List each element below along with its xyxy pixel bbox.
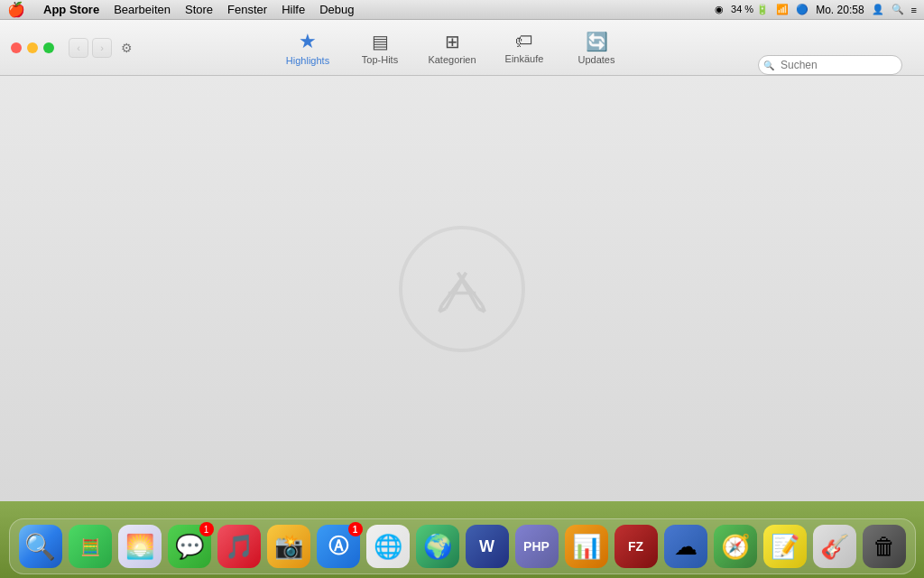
dock-finder[interactable]: 🔍: [17, 523, 64, 570]
iphoto-icon: 📸: [267, 525, 310, 568]
dock-appstore[interactable]: Ⓐ 1: [315, 523, 362, 570]
toolbar: ‹ › ⚙ ★ Highlights ▤ Top-Hits ⊞ Kategori…: [0, 20, 924, 76]
apple-menu[interactable]: 🍎: [7, 1, 25, 18]
nav-buttons: [11, 42, 54, 53]
search-input[interactable]: [758, 55, 902, 75]
status-extra-icon: ◉: [715, 4, 724, 15]
menu-bar: 🍎 App Store Bearbeiten Store Fenster Hil…: [0, 0, 924, 20]
dock-php[interactable]: PHP: [513, 523, 560, 570]
toolbar-tabs: ★ Highlights ▤ Top-Hits ⊞ Kategorien 🏷 E…: [135, 26, 769, 70]
tab-updates[interactable]: 🔄 Updates: [560, 27, 633, 69]
network-icon: 🌍: [416, 525, 459, 568]
dock-icloud[interactable]: ☁: [662, 523, 709, 570]
dock-messages[interactable]: 💬 1: [166, 523, 213, 570]
clock: Mo. 20:58: [816, 4, 864, 16]
store-menu[interactable]: Store: [185, 3, 213, 16]
dock-notes[interactable]: 📝: [762, 523, 808, 570]
kategorien-icon: ⊞: [445, 31, 460, 52]
safari-icon: 🧭: [714, 525, 757, 568]
wifi-icon: 📶: [776, 4, 789, 15]
dock-trash[interactable]: 🗑: [861, 523, 908, 570]
user-icon: 👤: [872, 4, 884, 15]
tab-kategorien[interactable]: ⊞ Kategorien: [416, 27, 488, 69]
app-store-logo-placeholder: [399, 226, 525, 352]
loading-spinner: ⚙: [121, 41, 135, 55]
search-area: [758, 55, 902, 75]
dock: 🔍 🧮 🌅 💬 1 🎵 📸 Ⓐ 1: [9, 518, 916, 574]
tophits-label: Top-Hits: [362, 54, 398, 65]
einkaufe-icon: 🏷: [515, 31, 533, 51]
battery-indicator: 34 % 🔋: [731, 4, 769, 15]
trash-icon: 🗑: [863, 525, 906, 568]
window-controls: [11, 42, 54, 53]
music-icon: 🎵: [217, 525, 261, 568]
wordpress-icon: W: [466, 525, 509, 568]
list-icon[interactable]: ≡: [911, 5, 917, 15]
main-content: [0, 76, 924, 501]
tab-highlights[interactable]: ★ Highlights: [272, 26, 344, 70]
dock-area: 🔍 🧮 🌅 💬 1 🎵 📸 Ⓐ 1: [0, 501, 924, 578]
dock-wordpress[interactable]: W: [464, 523, 511, 570]
fenster-menu[interactable]: Fenster: [227, 3, 267, 16]
finder-icon: 🔍: [19, 525, 62, 568]
highlights-label: Highlights: [286, 55, 329, 66]
dock-photos[interactable]: 🌅: [116, 523, 163, 570]
dock-filezilla[interactable]: FZ: [613, 523, 660, 570]
forward-button[interactable]: ›: [92, 38, 112, 58]
svg-line-7: [458, 273, 479, 309]
dock-music[interactable]: 🎵: [216, 523, 263, 570]
chrome-icon: 🌐: [366, 525, 410, 568]
bluetooth-icon: 🔵: [796, 4, 808, 15]
notes-icon: 📝: [763, 525, 807, 568]
dock-safari[interactable]: 🧭: [712, 523, 759, 570]
maximize-button[interactable]: [43, 42, 54, 53]
highlights-icon: ★: [299, 30, 317, 53]
dock-network[interactable]: 🌍: [414, 523, 461, 570]
dock-chrome[interactable]: 🌐: [365, 523, 411, 570]
dock-numbers[interactable]: 📊: [563, 523, 610, 570]
back-button[interactable]: ‹: [69, 38, 88, 58]
php-icon: PHP: [515, 525, 559, 568]
updates-icon: 🔄: [586, 31, 608, 52]
minimize-button[interactable]: [27, 42, 38, 53]
photos-icon: 🌅: [118, 525, 162, 568]
dock-itunes[interactable]: 🎸: [811, 523, 858, 570]
messages-icon: 💬 1: [168, 525, 211, 568]
kategorien-label: Kategorien: [428, 54, 476, 65]
dock-calculator[interactable]: 🧮: [67, 523, 114, 570]
menubar-right: ◉ 34 % 🔋 📶 🔵 Mo. 20:58 👤 🔍 ≡: [715, 4, 917, 16]
search-menu-icon[interactable]: 🔍: [892, 4, 904, 15]
icloud-icon: ☁: [664, 525, 707, 568]
close-button[interactable]: [11, 42, 22, 53]
numbers-icon: 📊: [565, 525, 608, 568]
calculator-icon: 🧮: [69, 525, 112, 568]
app-name-menu[interactable]: App Store: [43, 3, 99, 16]
debug-menu[interactable]: Debug: [319, 3, 354, 16]
dock-iphoto[interactable]: 📸: [265, 523, 312, 570]
filezilla-icon: FZ: [614, 525, 658, 568]
hilfe-menu[interactable]: Hilfe: [282, 3, 305, 16]
tophits-icon: ▤: [372, 31, 389, 52]
einkaufe-label: Einkäufe: [505, 53, 544, 64]
appstore-icon: Ⓐ 1: [317, 525, 360, 568]
app-store-svg: [421, 248, 503, 330]
tab-top-hits[interactable]: ▤ Top-Hits: [344, 27, 416, 69]
itunes-icon: 🎸: [813, 525, 856, 568]
updates-label: Updates: [578, 54, 615, 65]
tab-einkaufe[interactable]: 🏷 Einkäufe: [488, 27, 560, 68]
bearbeiten-menu[interactable]: Bearbeiten: [114, 3, 171, 16]
